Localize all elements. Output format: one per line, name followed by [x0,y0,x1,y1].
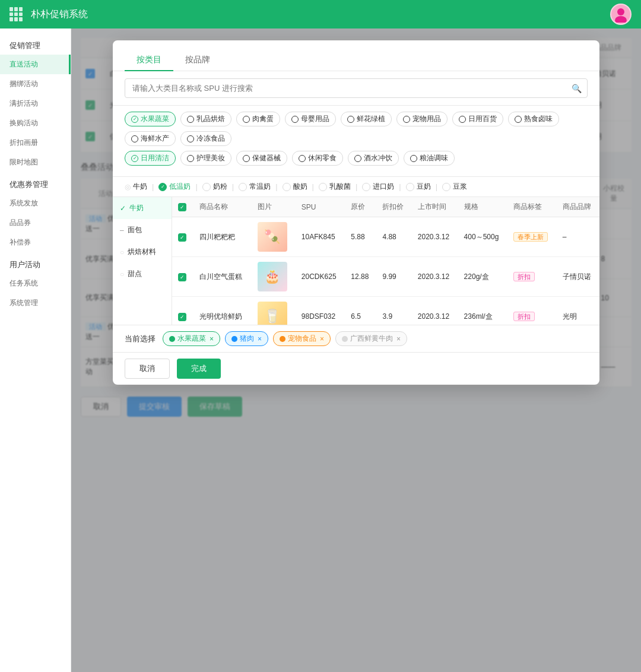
select-all-checkbox[interactable]: ✓ [178,203,186,211]
sel-tag-beef[interactable]: 广西鲜黄牛肉 × [335,331,407,346]
sidebar-group-user: 用户活动 [0,252,71,274]
avatar[interactable] [610,4,632,25]
selection-label: 当前选择 [125,334,156,344]
subcat-lowtemp[interactable]: ✓ 低温奶 [158,182,191,192]
cat-tag-3[interactable]: 母婴用品 [285,112,336,126]
modal-tree-table: ✓ 牛奶 – 面包 ○ 烘焙材料 ○ 甜点 [113,197,599,325]
cat-tag-4[interactable]: 鲜花绿植 [341,112,392,126]
subcat-yogurt[interactable]: 酸奶 [283,182,307,192]
row-checkbox-1[interactable]: ✓ [178,233,186,242]
remove-fruits-btn[interactable]: × [210,335,214,343]
cat-tag-13[interactable]: 休闲零食 [292,151,343,166]
modal-action-buttons: 取消 完成 [113,352,599,385]
remove-pork-btn[interactable]: × [258,335,262,343]
sel-tag-pork[interactable]: 猪肉 × [225,331,268,346]
subcat-parent-indicator: ◎ 牛奶 [125,182,147,192]
subcat-milk-powder[interactable]: 奶粉 [202,182,227,192]
subcat-soy-milk-drink[interactable]: 豆奶 [406,182,431,192]
cat-tag-14[interactable]: 酒水冲饮 [348,151,399,166]
product-img-2: 🎂 [258,262,287,291]
sidebar-item-task[interactable]: 任务系统 [0,274,71,293]
sidebar-item-system-release[interactable]: 系统发放 [0,194,71,213]
product-table: ✓ 商品名称 图片 SPU 原价 折扣价 上市时间 规格 商品标签 商品品牌 [172,197,599,325]
search-input[interactable] [125,78,588,98]
row-checkbox-2[interactable]: ✓ [178,273,186,281]
cat-tag-1[interactable]: 乳品烘焙 [180,112,231,126]
tree-item-baking[interactable]: ○ 烘焙材料 [113,241,172,263]
subcat-soy-milk[interactable]: 豆浆 [442,182,467,192]
cat-tag-2[interactable]: 肉禽蛋 [236,112,280,126]
sidebar-group-promo: 促销管理 [0,33,71,55]
tree-dash-icon: – [120,226,124,234]
app-title: 朴朴促销系统 [31,8,610,21]
tree-item-bread[interactable]: – 面包 [113,219,172,241]
sidebar-item-pinpin[interactable]: 品品券 [0,213,71,233]
sidebar-item-zhehua[interactable]: 折扣画册 [0,133,71,153]
product-img-3: 🥛 [258,302,287,325]
svg-point-0 [617,8,624,15]
cat-tag-5[interactable]: 宠物用品 [396,112,448,126]
sidebar-item-manzhe[interactable]: 满折活动 [0,94,71,113]
svg-point-1 [615,16,627,23]
tree-empty-icon: ○ [120,248,124,256]
modal-tabs: 按类目 按品牌 [113,40,599,71]
top-nav: 朴朴促销系统 [0,0,641,28]
tree-check-icon: ✓ [120,204,126,213]
sidebar: 促销管理 直送活动 捆绑活动 满折活动 换购活动 折扣画册 限时地图 优惠券管理… [0,28,71,672]
remove-beef-btn[interactable]: × [396,335,401,343]
product-table-wrapper: ✓ 商品名称 图片 SPU 原价 折扣价 上市时间 规格 商品标签 商品品牌 [172,197,599,325]
product-selector-modal: 按类目 按品牌 🔍 水果蔬菜乳品烘焙肉禽蛋母婴用品鲜花绿植宠物用品日用百货熟食卤… [113,40,599,385]
search-icon[interactable]: 🔍 [572,84,582,93]
main-content: 商品名称图片SPU大类目小类目原价折扣价上市时间规格商品标签商品品牌 ✓ 白川空… [71,28,641,672]
product-img-1: 🍡 [258,222,287,252]
sidebar-item-huangou[interactable]: 换购活动 [0,113,71,133]
subcat-lactobacillus[interactable]: 乳酸菌 [319,182,351,192]
modal-category-tags: 水果蔬菜乳品烘焙肉禽蛋母婴用品鲜花绿植宠物用品日用百货熟食卤味海鲜水产冷冻食品 … [113,106,599,177]
modal-subcategories: ◎ 牛奶 | ✓ 低温奶 | 奶粉 | [113,177,599,197]
tree-empty-icon2: ○ [120,270,124,278]
product-tag-2: 折扣 [513,272,535,281]
tree-item-dessert[interactable]: ○ 甜点 [113,263,172,285]
subcat-room-temp[interactable]: 常温奶 [239,182,271,192]
product-tag-1: 春季上新 [513,232,548,242]
cat-tag-10[interactable]: 日用清洁 [125,151,176,166]
sidebar-item-xiandi[interactable]: 限时地图 [0,153,71,172]
table-row: ✓ 四川粑粑粑 🍡 10AFK845 5.88 4.88 2020.3.12 [172,217,599,257]
sel-tag-fruits[interactable]: 水果蔬菜 × [163,331,220,346]
modal-overlay: 按类目 按品牌 🔍 水果蔬菜乳品烘焙肉禽蛋母婴用品鲜花绿植宠物用品日用百货熟食卤… [71,28,641,672]
cat-tag-7[interactable]: 熟食卤味 [508,112,559,126]
cat-tag-11[interactable]: 护理美妆 [180,151,231,166]
sidebar-group-coupon: 优惠券管理 [0,172,71,194]
table-row: ✓ 白川空气蛋糕 🎂 20CDK625 12.88 9.99 2020.3.12 [172,257,599,297]
cat-tag-9[interactable]: 冷冻食品 [180,131,231,146]
cat-tag-12[interactable]: 保健器械 [236,151,287,166]
row-checkbox-3[interactable]: ✓ [178,313,186,321]
sidebar-item-zhisong[interactable]: 直送活动 [0,55,71,74]
current-selection-bar: 当前选择 水果蔬菜 × 猪肉 × 宠物食品 × [113,325,599,352]
sidebar-item-buchang[interactable]: 补偿券 [0,233,71,252]
tab-by-brand[interactable]: 按品牌 [173,50,222,71]
table-row: ✓ 光明优培鲜奶 🥛 98DSF032 6.5 3.9 2020.3.12 [172,297,599,325]
category-tree: ✓ 牛奶 – 面包 ○ 烘焙材料 ○ 甜点 [113,197,172,325]
apps-grid-icon[interactable] [9,7,24,21]
product-tag-3: 折扣 [513,312,535,321]
subcat-imported-milk[interactable]: 进口奶 [362,182,394,192]
modal-confirm-button[interactable]: 完成 [177,359,221,379]
remove-pet-btn[interactable]: × [320,335,324,343]
modal-cancel-button[interactable]: 取消 [125,359,170,379]
cat-tag-8[interactable]: 海鲜水产 [125,131,176,146]
modal-search-bar: 🔍 [113,71,599,106]
tree-item-milk[interactable]: ✓ 牛奶 [113,197,172,219]
sidebar-item-gunbang[interactable]: 捆绑活动 [0,74,71,94]
sidebar-item-sys-mgmt[interactable]: 系统管理 [0,293,71,313]
cat-tag-0[interactable]: 水果蔬菜 [125,112,176,126]
cat-tag-6[interactable]: 日用百货 [452,112,503,126]
tab-by-category[interactable]: 按类目 [125,50,173,71]
cat-tag-15[interactable]: 粮油调味 [404,151,455,166]
sel-tag-pet-food[interactable]: 宠物食品 × [273,331,331,346]
